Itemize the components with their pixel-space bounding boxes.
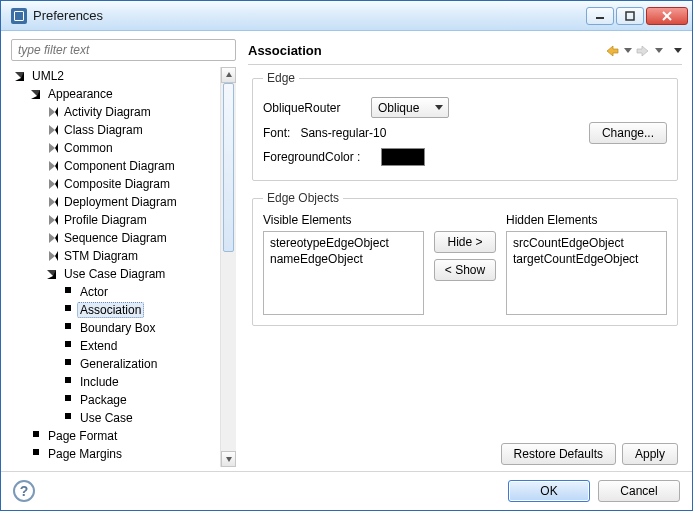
chevron-right-icon[interactable] xyxy=(47,215,57,225)
scroll-track[interactable] xyxy=(221,83,236,451)
chevron-right-icon[interactable] xyxy=(47,161,57,171)
preference-tree[interactable]: UML2 Appearance Activity Diagram Class D… xyxy=(11,67,236,467)
hidden-elements-label: Hidden Elements xyxy=(506,213,667,227)
tree-node-generalization[interactable]: Generalization xyxy=(63,355,230,373)
scroll-down-icon[interactable] xyxy=(221,451,236,467)
window-title: Preferences xyxy=(33,8,586,23)
transfer-buttons: Hide > < Show xyxy=(434,213,496,281)
font-value: Sans-regular-10 xyxy=(300,126,386,140)
help-icon[interactable]: ? xyxy=(13,480,35,502)
tree-spacer xyxy=(31,449,41,459)
tree-node-uml2[interactable]: UML2 xyxy=(15,67,230,85)
fgcolor-label: ForegroundColor : xyxy=(263,150,373,164)
tree-node-extend[interactable]: Extend xyxy=(63,337,230,355)
tree-node-deployment-diagram[interactable]: Deployment Diagram xyxy=(47,193,230,211)
router-row: ObliqueRouter Oblique xyxy=(263,97,667,118)
chevron-down-icon[interactable] xyxy=(47,269,57,279)
fgcolor-swatch[interactable] xyxy=(381,148,425,166)
page-title: Association xyxy=(248,43,322,58)
hide-button[interactable]: Hide > xyxy=(434,231,496,253)
nav-back-menu-icon[interactable] xyxy=(624,48,632,53)
footer-buttons: OK Cancel xyxy=(508,480,680,502)
chevron-down-icon[interactable] xyxy=(31,89,41,99)
font-label-wrap: Font: Sans-regular-10 xyxy=(263,126,386,140)
tree-node-page-margins[interactable]: Page Margins xyxy=(31,445,230,463)
tree-node-include[interactable]: Include xyxy=(63,373,230,391)
content-area: UML2 Appearance Activity Diagram Class D… xyxy=(1,31,692,471)
scroll-thumb[interactable] xyxy=(223,83,234,252)
tree-node-use-case-diagram[interactable]: Use Case Diagram xyxy=(47,265,230,283)
chevron-right-icon[interactable] xyxy=(47,179,57,189)
page-actions: Restore Defaults Apply xyxy=(248,437,682,467)
tree-node-boundary-box[interactable]: Boundary Box xyxy=(63,319,230,337)
router-select[interactable]: Oblique xyxy=(371,97,449,118)
chevron-right-icon[interactable] xyxy=(47,251,57,261)
tree-node-stm-diagram[interactable]: STM Diagram xyxy=(47,247,230,265)
tree-node-class-diagram[interactable]: Class Diagram xyxy=(47,121,230,139)
tree-node-usecase-leaf[interactable]: Use Case xyxy=(63,409,230,427)
right-pane: Association Edge ObliqueRouter xyxy=(244,39,682,467)
chevron-right-icon[interactable] xyxy=(47,107,57,117)
tree-spacer xyxy=(63,395,73,405)
nav-forward-button[interactable] xyxy=(635,43,651,59)
restore-defaults-button[interactable]: Restore Defaults xyxy=(501,443,616,465)
visible-elements-list[interactable]: stereotypeEdgeObject nameEdgeObject xyxy=(263,231,424,315)
view-menu-icon[interactable] xyxy=(674,48,682,53)
hidden-elements-list[interactable]: srcCountEdgeObject targetCountEdgeObject xyxy=(506,231,667,315)
edge-objects-layout: Visible Elements stereotypeEdgeObject na… xyxy=(263,213,667,315)
edge-group: Edge ObliqueRouter Oblique Font: Sans-re… xyxy=(252,71,678,181)
svg-marker-4 xyxy=(226,72,232,77)
tree-node-actor[interactable]: Actor xyxy=(63,283,230,301)
chevron-right-icon[interactable] xyxy=(47,233,57,243)
tree-node-appearance[interactable]: Appearance xyxy=(31,85,230,103)
list-item[interactable]: stereotypeEdgeObject xyxy=(270,235,417,251)
font-row: Font: Sans-regular-10 Change... xyxy=(263,122,667,144)
chevron-right-icon[interactable] xyxy=(47,125,57,135)
tree-spacer xyxy=(63,359,73,369)
chevron-right-icon[interactable] xyxy=(47,197,57,207)
change-font-button[interactable]: Change... xyxy=(589,122,667,144)
tree-node-component-diagram[interactable]: Component Diagram xyxy=(47,157,230,175)
hidden-column: Hidden Elements srcCountEdgeObject targe… xyxy=(506,213,667,315)
header-nav xyxy=(604,43,682,59)
apply-button[interactable]: Apply xyxy=(622,443,678,465)
chevron-right-icon[interactable] xyxy=(47,143,57,153)
maximize-button[interactable] xyxy=(616,7,644,25)
scroll-up-icon[interactable] xyxy=(221,67,236,83)
list-item[interactable]: nameEdgeObject xyxy=(270,251,417,267)
tree-scrollbar[interactable] xyxy=(220,67,236,467)
edge-objects-group: Edge Objects Visible Elements stereotype… xyxy=(252,191,678,326)
list-item[interactable]: srcCountEdgeObject xyxy=(513,235,660,251)
tree-node-package[interactable]: Package xyxy=(63,391,230,409)
tree-spacer xyxy=(63,305,73,315)
tree-spacer xyxy=(31,431,41,441)
minimize-button[interactable] xyxy=(586,7,614,25)
list-item[interactable]: targetCountEdgeObject xyxy=(513,251,660,267)
tree-spacer xyxy=(63,341,73,351)
close-button[interactable] xyxy=(646,7,688,25)
router-label: ObliqueRouter xyxy=(263,101,363,115)
tree-node-association[interactable]: Association xyxy=(63,301,230,319)
tree-node-page-format[interactable]: Page Format xyxy=(31,427,230,445)
tree-node-profile-diagram[interactable]: Profile Diagram xyxy=(47,211,230,229)
tree-spacer xyxy=(63,377,73,387)
cancel-button[interactable]: Cancel xyxy=(598,480,680,502)
tree-node-sequence-diagram[interactable]: Sequence Diagram xyxy=(47,229,230,247)
visible-elements-label: Visible Elements xyxy=(263,213,424,227)
nav-forward-menu-icon[interactable] xyxy=(655,48,663,53)
ok-button[interactable]: OK xyxy=(508,480,590,502)
visible-column: Visible Elements stereotypeEdgeObject na… xyxy=(263,213,424,315)
tree-node-common[interactable]: Common xyxy=(47,139,230,157)
filter-input[interactable] xyxy=(11,39,236,61)
tree-spacer xyxy=(63,323,73,333)
show-button[interactable]: < Show xyxy=(434,259,496,281)
fgcolor-row: ForegroundColor : xyxy=(263,148,667,166)
tree-node-activity-diagram[interactable]: Activity Diagram xyxy=(47,103,230,121)
tree-container: UML2 Appearance Activity Diagram Class D… xyxy=(11,67,236,467)
tree-node-composite-diagram[interactable]: Composite Diagram xyxy=(47,175,230,193)
font-label: Font: xyxy=(263,126,290,140)
chevron-down-icon[interactable] xyxy=(15,71,25,81)
nav-back-button[interactable] xyxy=(604,43,620,59)
edge-legend: Edge xyxy=(263,71,299,85)
dialog-footer: ? OK Cancel xyxy=(1,471,692,510)
